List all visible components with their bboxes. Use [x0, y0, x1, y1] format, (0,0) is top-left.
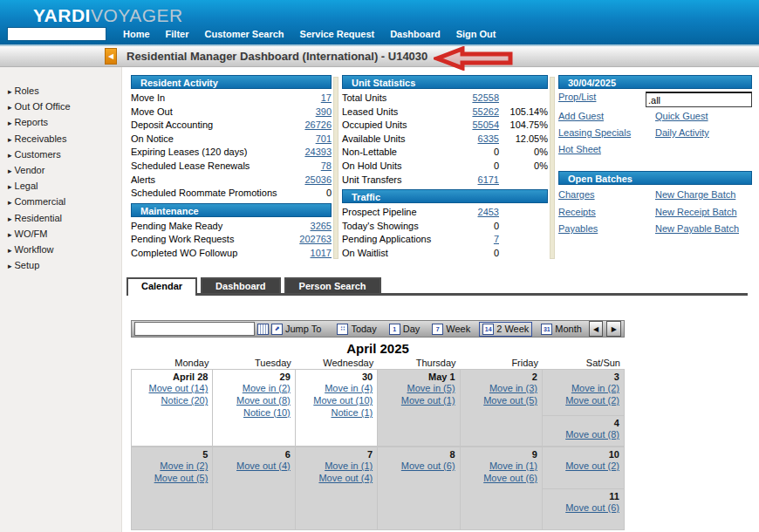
view-button-week[interactable]: 7Week: [428, 322, 474, 337]
view-button-today[interactable]: ∷Today: [333, 322, 380, 337]
batch-link-payables[interactable]: Payables: [558, 222, 655, 239]
jump-to-icon[interactable]: ⬈: [271, 324, 283, 335]
sidebar-item-receivables[interactable]: ▸Receivables: [0, 131, 121, 147]
prop-list-link[interactable]: Prop/List: [558, 92, 646, 102]
quick-link-hot-sheet[interactable]: Hot Sheet: [558, 142, 655, 159]
sidebar-item-setup[interactable]: ▸Setup: [0, 257, 121, 273]
calendar-event-link[interactable]: Move in (1): [461, 460, 542, 472]
stat-value-link[interactable]: 2453: [447, 206, 499, 220]
calendar-event-link[interactable]: Move in (5): [378, 382, 459, 394]
calendar-event-link[interactable]: Move out (4): [296, 472, 377, 484]
calendar-prev-button[interactable]: ◀: [589, 321, 604, 337]
stat-value-link[interactable]: 55262: [447, 106, 499, 119]
stat-value-link[interactable]: 6335: [447, 133, 499, 147]
stat-value-link[interactable]: 17: [279, 92, 332, 106]
quick-link-row: Add GuestQuick Guest: [558, 109, 752, 126]
sidebar-item-legal[interactable]: ▸Legal: [0, 178, 121, 194]
nav-item-filter[interactable]: Filter: [158, 29, 197, 39]
calendar-event-link[interactable]: Move in (2): [543, 382, 624, 394]
stat-value-link[interactable]: 52558: [447, 92, 499, 106]
sidebar-item-workflow[interactable]: ▸Workflow: [0, 242, 121, 257]
calendar-event-link[interactable]: Move in (4): [296, 382, 377, 394]
stat-value-link[interactable]: 78: [279, 160, 332, 174]
quick-link-row: Hot Sheet: [558, 142, 752, 159]
sidebar-item-residential[interactable]: ▸Residential: [0, 210, 121, 226]
calendar-event-link[interactable]: Notice (10): [213, 406, 294, 419]
calendar-event-link[interactable]: Move out (6): [461, 472, 542, 484]
stat-value-link[interactable]: 26726: [279, 119, 332, 133]
batch-link-charges[interactable]: Charges: [558, 188, 655, 205]
quick-link-daily-activity[interactable]: Daily Activity: [655, 126, 752, 142]
quick-link-quick-guest[interactable]: Quick Guest: [655, 109, 752, 126]
stat-value-link[interactable]: 202763: [279, 233, 332, 247]
calendar-event-link[interactable]: Move out (2): [543, 460, 624, 472]
sidebar-item-commercial[interactable]: ▸Commercial: [0, 194, 121, 209]
calendar-event-link[interactable]: Notice (1): [296, 406, 377, 419]
view-button-day[interactable]: 1Day: [386, 322, 424, 337]
stat-value-link[interactable]: 7: [447, 233, 499, 247]
stat-value-link[interactable]: 25036: [279, 174, 332, 188]
calendar-jump-input[interactable]: [134, 322, 255, 336]
calendar-event-link[interactable]: Move in (2): [132, 460, 212, 472]
calendar-event-link[interactable]: Move out (2): [543, 394, 624, 406]
stat-value-link[interactable]: 55054: [447, 119, 499, 133]
calendar-event-link[interactable]: Move out (6): [378, 460, 459, 472]
day-header-friday: Friday: [461, 358, 543, 369]
stat-value-link[interactable]: 6171: [447, 174, 499, 188]
sidebar-item-reports[interactable]: ▸Reports: [0, 114, 121, 130]
calendar-event-link[interactable]: Move in (2): [213, 382, 294, 394]
quick-link-add-guest[interactable]: Add Guest: [558, 109, 655, 126]
batch-link-new-charge-batch[interactable]: New Charge Batch: [655, 188, 752, 205]
calendar-event-link[interactable]: Notice (20): [132, 394, 212, 406]
calendar-event-link[interactable]: Move out (14): [132, 382, 212, 394]
stat-value-link[interactable]: 701: [279, 133, 332, 147]
panel-header: Traffic: [342, 189, 548, 203]
calendar-event-link[interactable]: Move out (6): [543, 501, 624, 514]
sidebar-item-wo-fm[interactable]: ▸WO/FM: [0, 226, 121, 242]
calendar-day-cell: 8Move out (6): [378, 447, 460, 530]
global-search-input[interactable]: [7, 27, 106, 41]
quick-links: Add GuestQuick GuestLeasing SpecialsDail…: [558, 109, 752, 159]
stat-value-link[interactable]: 1017: [279, 247, 332, 261]
calendar-event-link[interactable]: Move in (1): [296, 460, 377, 472]
calendar-day-headers: MondayTuesdayWednesdayThursdayFridaySat/…: [131, 358, 625, 369]
jump-to-label[interactable]: Jump To: [285, 324, 321, 334]
tab-person-search[interactable]: Person Search: [284, 277, 381, 293]
sidebar-item-customers[interactable]: ▸Customers: [0, 147, 121, 162]
calendar-event-link[interactable]: Move out (5): [132, 472, 212, 484]
batch-link-new-receipt-batch[interactable]: New Receipt Batch: [655, 205, 752, 222]
tab-calendar[interactable]: Calendar: [126, 277, 197, 296]
calendar-event-link[interactable]: Move out (5): [461, 394, 542, 406]
stat-value-link[interactable]: 3265: [279, 220, 332, 234]
nav-item-service-request[interactable]: Service Request: [292, 29, 383, 39]
view-button-2-week[interactable]: 142 Week: [479, 322, 532, 337]
calendar-next-button[interactable]: ▶: [606, 321, 621, 337]
sidebar-item-vendor[interactable]: ▸Vendor: [0, 162, 121, 178]
calendar-event-link[interactable]: Move out (4): [213, 460, 294, 472]
nav-item-customer-search[interactable]: Customer Search: [196, 29, 291, 39]
batch-link-receipts[interactable]: Receipts: [558, 205, 655, 222]
nav-item-dashboard[interactable]: Dashboard: [382, 29, 448, 39]
calendar-picker-icon[interactable]: [257, 324, 269, 335]
stat-label: Today's Showings: [342, 220, 447, 234]
quick-link-leasing-specials[interactable]: Leasing Specials: [558, 126, 655, 142]
stat-row: Total Units52558: [342, 92, 548, 106]
stat-value-link[interactable]: 390: [279, 106, 332, 119]
stat-value-link[interactable]: 24393: [279, 146, 332, 160]
calendar-event-link[interactable]: Move out (8): [543, 428, 624, 440]
sidebar-item-roles[interactable]: ▸Roles: [0, 83, 121, 99]
calendar-event-link[interactable]: Move in (3): [461, 382, 542, 394]
calendar-event-link[interactable]: Move out (10): [296, 394, 377, 406]
view-button-month[interactable]: 31Month: [537, 322, 585, 337]
calendar-event-link[interactable]: Move out (8): [213, 394, 294, 406]
prop-list-input[interactable]: [646, 92, 752, 107]
batch-link-new-payable-batch[interactable]: New Payable Batch: [655, 222, 752, 239]
sidebar-item-out-of-office[interactable]: ▸Out Of Office: [0, 99, 121, 114]
back-button[interactable]: ◀: [105, 48, 117, 65]
nav-item-home[interactable]: Home: [115, 29, 158, 39]
stat-row: Available Units633512.05%: [342, 133, 548, 147]
tab-dashboard[interactable]: Dashboard: [201, 277, 280, 293]
calendar-event-link[interactable]: Move out (1): [378, 394, 459, 406]
nav-item-sign-out[interactable]: Sign Out: [448, 29, 504, 39]
sidebar-item-label: Out Of Office: [15, 101, 71, 112]
